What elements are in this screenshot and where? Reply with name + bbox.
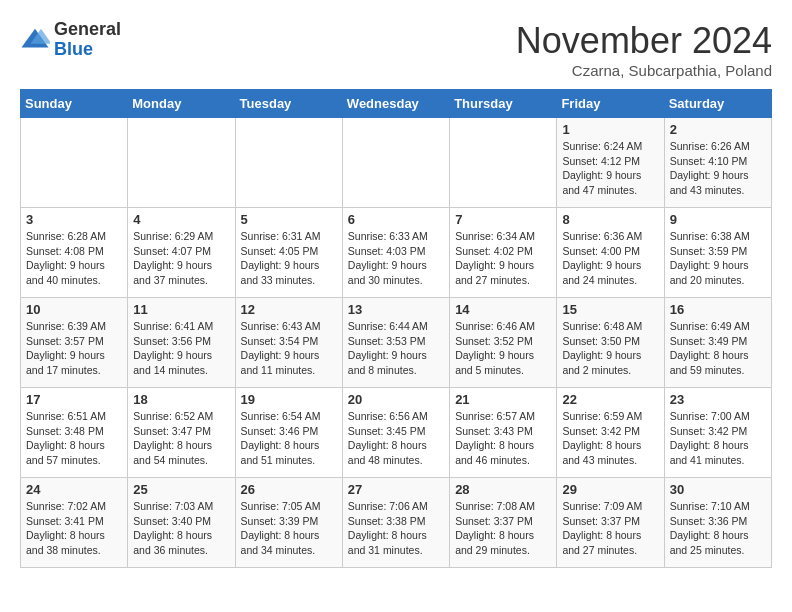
- day-cell: 9Sunrise: 6:38 AMSunset: 3:59 PMDaylight…: [664, 208, 771, 298]
- day-number: 14: [455, 302, 551, 317]
- day-number: 24: [26, 482, 122, 497]
- day-cell: 19Sunrise: 6:54 AMSunset: 3:46 PMDayligh…: [235, 388, 342, 478]
- day-info: Sunrise: 6:56 AMSunset: 3:45 PMDaylight:…: [348, 409, 444, 468]
- day-info: Sunrise: 6:28 AMSunset: 4:08 PMDaylight:…: [26, 229, 122, 288]
- day-info: Sunrise: 7:00 AMSunset: 3:42 PMDaylight:…: [670, 409, 766, 468]
- day-info: Sunrise: 7:08 AMSunset: 3:37 PMDaylight:…: [455, 499, 551, 558]
- day-info: Sunrise: 6:26 AMSunset: 4:10 PMDaylight:…: [670, 139, 766, 198]
- day-cell: 27Sunrise: 7:06 AMSunset: 3:38 PMDayligh…: [342, 478, 449, 568]
- day-number: 10: [26, 302, 122, 317]
- day-info: Sunrise: 6:52 AMSunset: 3:47 PMDaylight:…: [133, 409, 229, 468]
- day-cell: 17Sunrise: 6:51 AMSunset: 3:48 PMDayligh…: [21, 388, 128, 478]
- day-cell: [450, 118, 557, 208]
- day-cell: 7Sunrise: 6:34 AMSunset: 4:02 PMDaylight…: [450, 208, 557, 298]
- day-number: 29: [562, 482, 658, 497]
- day-number: 15: [562, 302, 658, 317]
- day-info: Sunrise: 6:31 AMSunset: 4:05 PMDaylight:…: [241, 229, 337, 288]
- header-cell-thursday: Thursday: [450, 90, 557, 118]
- day-info: Sunrise: 6:24 AMSunset: 4:12 PMDaylight:…: [562, 139, 658, 198]
- day-number: 27: [348, 482, 444, 497]
- calendar-table: SundayMondayTuesdayWednesdayThursdayFrid…: [20, 89, 772, 568]
- day-cell: 6Sunrise: 6:33 AMSunset: 4:03 PMDaylight…: [342, 208, 449, 298]
- logo-general-text: General: [54, 19, 121, 39]
- day-info: Sunrise: 6:48 AMSunset: 3:50 PMDaylight:…: [562, 319, 658, 378]
- day-cell: 2Sunrise: 6:26 AMSunset: 4:10 PMDaylight…: [664, 118, 771, 208]
- day-info: Sunrise: 6:59 AMSunset: 3:42 PMDaylight:…: [562, 409, 658, 468]
- day-info: Sunrise: 7:06 AMSunset: 3:38 PMDaylight:…: [348, 499, 444, 558]
- day-number: 7: [455, 212, 551, 227]
- day-cell: 26Sunrise: 7:05 AMSunset: 3:39 PMDayligh…: [235, 478, 342, 568]
- location-subtitle: Czarna, Subcarpathia, Poland: [516, 62, 772, 79]
- day-number: 26: [241, 482, 337, 497]
- calendar-body: 1Sunrise: 6:24 AMSunset: 4:12 PMDaylight…: [21, 118, 772, 568]
- header-cell-friday: Friday: [557, 90, 664, 118]
- week-row-4: 17Sunrise: 6:51 AMSunset: 3:48 PMDayligh…: [21, 388, 772, 478]
- day-number: 2: [670, 122, 766, 137]
- day-info: Sunrise: 6:34 AMSunset: 4:02 PMDaylight:…: [455, 229, 551, 288]
- day-number: 4: [133, 212, 229, 227]
- day-cell: [342, 118, 449, 208]
- day-info: Sunrise: 6:46 AMSunset: 3:52 PMDaylight:…: [455, 319, 551, 378]
- day-info: Sunrise: 6:38 AMSunset: 3:59 PMDaylight:…: [670, 229, 766, 288]
- day-info: Sunrise: 6:44 AMSunset: 3:53 PMDaylight:…: [348, 319, 444, 378]
- day-info: Sunrise: 6:29 AMSunset: 4:07 PMDaylight:…: [133, 229, 229, 288]
- day-cell: 4Sunrise: 6:29 AMSunset: 4:07 PMDaylight…: [128, 208, 235, 298]
- header-cell-wednesday: Wednesday: [342, 90, 449, 118]
- day-cell: 20Sunrise: 6:56 AMSunset: 3:45 PMDayligh…: [342, 388, 449, 478]
- day-number: 19: [241, 392, 337, 407]
- logo-blue-text: Blue: [54, 39, 93, 59]
- calendar-header: SundayMondayTuesdayWednesdayThursdayFrid…: [21, 90, 772, 118]
- day-cell: 29Sunrise: 7:09 AMSunset: 3:37 PMDayligh…: [557, 478, 664, 568]
- day-cell: 25Sunrise: 7:03 AMSunset: 3:40 PMDayligh…: [128, 478, 235, 568]
- day-info: Sunrise: 6:57 AMSunset: 3:43 PMDaylight:…: [455, 409, 551, 468]
- day-number: 11: [133, 302, 229, 317]
- day-number: 28: [455, 482, 551, 497]
- header-cell-saturday: Saturday: [664, 90, 771, 118]
- day-cell: 22Sunrise: 6:59 AMSunset: 3:42 PMDayligh…: [557, 388, 664, 478]
- day-info: Sunrise: 7:10 AMSunset: 3:36 PMDaylight:…: [670, 499, 766, 558]
- day-cell: [21, 118, 128, 208]
- day-info: Sunrise: 6:43 AMSunset: 3:54 PMDaylight:…: [241, 319, 337, 378]
- day-number: 18: [133, 392, 229, 407]
- day-number: 1: [562, 122, 658, 137]
- header-row: SundayMondayTuesdayWednesdayThursdayFrid…: [21, 90, 772, 118]
- day-number: 20: [348, 392, 444, 407]
- day-cell: 15Sunrise: 6:48 AMSunset: 3:50 PMDayligh…: [557, 298, 664, 388]
- day-cell: [235, 118, 342, 208]
- day-cell: 24Sunrise: 7:02 AMSunset: 3:41 PMDayligh…: [21, 478, 128, 568]
- header-cell-sunday: Sunday: [21, 90, 128, 118]
- day-info: Sunrise: 6:49 AMSunset: 3:49 PMDaylight:…: [670, 319, 766, 378]
- title-block: November 2024 Czarna, Subcarpathia, Pola…: [516, 20, 772, 79]
- day-info: Sunrise: 7:05 AMSunset: 3:39 PMDaylight:…: [241, 499, 337, 558]
- day-number: 6: [348, 212, 444, 227]
- day-number: 30: [670, 482, 766, 497]
- day-number: 22: [562, 392, 658, 407]
- day-cell: 28Sunrise: 7:08 AMSunset: 3:37 PMDayligh…: [450, 478, 557, 568]
- week-row-2: 3Sunrise: 6:28 AMSunset: 4:08 PMDaylight…: [21, 208, 772, 298]
- day-cell: 11Sunrise: 6:41 AMSunset: 3:56 PMDayligh…: [128, 298, 235, 388]
- day-cell: 21Sunrise: 6:57 AMSunset: 3:43 PMDayligh…: [450, 388, 557, 478]
- day-cell: 1Sunrise: 6:24 AMSunset: 4:12 PMDaylight…: [557, 118, 664, 208]
- logo-icon: [20, 25, 50, 55]
- day-info: Sunrise: 6:33 AMSunset: 4:03 PMDaylight:…: [348, 229, 444, 288]
- day-info: Sunrise: 6:36 AMSunset: 4:00 PMDaylight:…: [562, 229, 658, 288]
- day-cell: [128, 118, 235, 208]
- day-info: Sunrise: 6:54 AMSunset: 3:46 PMDaylight:…: [241, 409, 337, 468]
- day-number: 3: [26, 212, 122, 227]
- day-number: 23: [670, 392, 766, 407]
- week-row-1: 1Sunrise: 6:24 AMSunset: 4:12 PMDaylight…: [21, 118, 772, 208]
- day-info: Sunrise: 7:09 AMSunset: 3:37 PMDaylight:…: [562, 499, 658, 558]
- day-info: Sunrise: 7:02 AMSunset: 3:41 PMDaylight:…: [26, 499, 122, 558]
- week-row-5: 24Sunrise: 7:02 AMSunset: 3:41 PMDayligh…: [21, 478, 772, 568]
- header-cell-tuesday: Tuesday: [235, 90, 342, 118]
- day-number: 17: [26, 392, 122, 407]
- day-number: 13: [348, 302, 444, 317]
- day-cell: 10Sunrise: 6:39 AMSunset: 3:57 PMDayligh…: [21, 298, 128, 388]
- month-title: November 2024: [516, 20, 772, 62]
- day-cell: 3Sunrise: 6:28 AMSunset: 4:08 PMDaylight…: [21, 208, 128, 298]
- day-cell: 12Sunrise: 6:43 AMSunset: 3:54 PMDayligh…: [235, 298, 342, 388]
- day-cell: 8Sunrise: 6:36 AMSunset: 4:00 PMDaylight…: [557, 208, 664, 298]
- logo: General Blue: [20, 20, 121, 60]
- day-info: Sunrise: 6:39 AMSunset: 3:57 PMDaylight:…: [26, 319, 122, 378]
- day-info: Sunrise: 6:41 AMSunset: 3:56 PMDaylight:…: [133, 319, 229, 378]
